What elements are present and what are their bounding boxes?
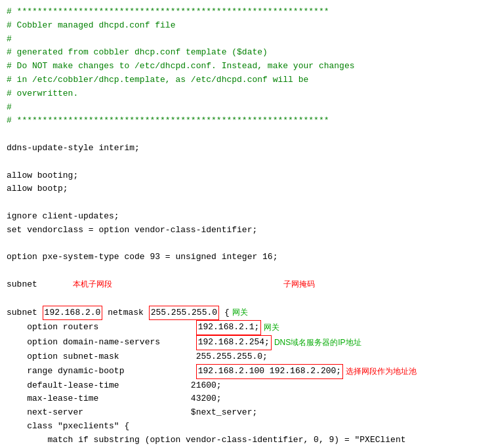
- subnet-prefix: subnet: [7, 306, 43, 320]
- option-subnetmask-prefix: option subnet-mask: [7, 350, 196, 364]
- child-network-annotation: 子网掩码: [283, 279, 315, 289]
- subnet-gateway-label: 网关: [232, 306, 248, 319]
- generated-line: # generated from cobbler dhcp.conf templ…: [7, 46, 485, 60]
- option-routers-prefix: option routers: [7, 321, 196, 335]
- range-value: 192.168.2.100 192.168.2.200;: [196, 364, 343, 379]
- class-pxeclients-line: class "pxeclients" {: [7, 420, 485, 434]
- code-block: # **************************************…: [0, 0, 492, 448]
- ignore-line: ignore client-updates;: [7, 210, 485, 224]
- option-routers-annotation: 网关: [264, 321, 279, 334]
- blank-2: [7, 155, 485, 169]
- range-line: range dynamic-bootp 192.168.2.100 192.16…: [7, 364, 485, 379]
- subnet-mask: 255.255.255.0: [149, 306, 219, 321]
- option-dns-annotation: DNS域名服务器的IP地址: [274, 336, 361, 349]
- allow-boot-line: allow booting;: [7, 169, 485, 183]
- hash-line-2: #: [7, 101, 485, 115]
- allow-bootp-line: allow bootp;: [7, 182, 485, 196]
- option-dns-prefix: option domain-name-servers: [7, 336, 196, 350]
- option-dns-value: 192.168.2.254;: [196, 335, 272, 350]
- option-pxe-line: option pxe-system-type code 93 = unsigne…: [7, 251, 485, 264]
- option-subnetmask-value: 255.255.255.0;: [196, 350, 268, 364]
- next-server-line: next-server $next_server;: [7, 406, 485, 420]
- blank-3: [7, 196, 485, 210]
- stars-line-1: # **************************************…: [7, 5, 485, 19]
- subnet-netmask-text: netmask: [102, 306, 148, 320]
- donot-line: # Do NOT make changes to /etc/dhcpd.conf…: [7, 60, 485, 73]
- blank-4: [7, 237, 485, 251]
- subnet-line: subnet 192.168.2.0 netmask 255.255.255.0…: [7, 306, 485, 321]
- set-vendor-line: set vendorclass = option vendor-class-id…: [7, 224, 485, 237]
- subnet-ip: 192.168.2.0: [43, 306, 103, 321]
- option-routers-value: 192.168.2.1;: [196, 320, 262, 335]
- range-prefix: range dynamic-bootp: [7, 365, 196, 378]
- in-line: # in /etc/cobbler/dhcp.template, as /etc…: [7, 73, 485, 87]
- option-subnetmask-line: option subnet-mask 255.255.255.0;: [7, 350, 485, 364]
- local-machine-annotation: 本机子网段: [73, 279, 112, 289]
- subnet-brace: {: [219, 306, 230, 320]
- default-lease-line: default-lease-time 21600;: [7, 379, 485, 393]
- ddns-line: ddns-update-style interim;: [7, 142, 485, 155]
- overwritten-line: # overwritten.: [7, 87, 485, 101]
- stars-line-2: # **************************************…: [7, 114, 485, 128]
- option-dns-line: option domain-name-servers 192.168.2.254…: [7, 335, 485, 350]
- option-routers-line: option routers 192.168.2.1; 网关: [7, 320, 485, 335]
- range-annotation: 选择网段作为地址池: [346, 365, 417, 378]
- annotation-row: subnet 本机子网段 子网掩码: [7, 264, 485, 305]
- max-lease-line: max-lease-time 43200;: [7, 392, 485, 406]
- match-line: match if substring (option vendor-class-…: [7, 434, 485, 447]
- hash-line-1: #: [7, 33, 485, 47]
- cobbler-line: # Cobbler managed dhcpd.conf file: [7, 19, 485, 33]
- blank-1: [7, 128, 485, 142]
